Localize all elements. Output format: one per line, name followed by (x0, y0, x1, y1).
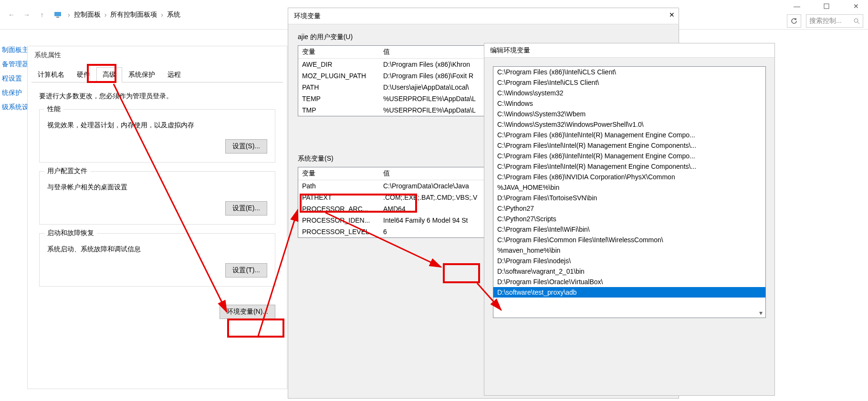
path-item[interactable]: %maven_home%\bin (493, 245, 765, 256)
settings-button[interactable]: 设置(E)... (225, 201, 267, 216)
env-vars-button[interactable]: 环境变量(N)... (220, 305, 275, 319)
left-sidebar: 制面板主 备管理器 程设置 统保护 级系统设 (0, 43, 27, 114)
sidebar-item[interactable]: 统保护 (0, 86, 27, 100)
path-list[interactable]: C:\Program Files (x86)\Intel\iCLS Client… (493, 66, 766, 318)
dialog-title: 环境变量 (294, 12, 321, 21)
path-item[interactable]: %JAVA_HOME%\bin (493, 182, 765, 193)
var-name: PROCESSOR_ARC... (298, 203, 379, 215)
path-item[interactable]: C:\Python27\Scripts (493, 214, 765, 224)
path-item[interactable]: D:\software\test_proxy\adb (493, 287, 765, 298)
svg-line-4 (858, 22, 859, 24)
chevron-right-icon: › (65, 11, 73, 19)
edit-env-var-dialog: 编辑环境变量 C:\Program Files (x86)\Intel\iCLS… (484, 43, 775, 396)
tab-4[interactable]: 远程 (161, 67, 187, 82)
path-item[interactable]: D:\Program Files\Oracle\VirtualBox\ (493, 277, 765, 287)
scroll-down-icon[interactable]: ▾ (757, 309, 764, 317)
var-name: TMP (298, 104, 379, 116)
chevron-right-icon: › (102, 11, 110, 19)
system-properties-dialog: 系统属性 计算机名硬件高级系统保护远程 要进行大多数更改，您必须作为管理员登录。… (27, 46, 287, 389)
search-input[interactable]: 搜索控制... (806, 14, 863, 28)
group-desc: 系统启动、系统故障和调试信息 (47, 245, 267, 254)
tab-1[interactable]: 硬件 (71, 67, 96, 82)
column-header-var[interactable]: 变量 (298, 167, 379, 180)
path-item[interactable]: D:\Program Files\nodejs\ (493, 256, 765, 266)
up-button[interactable]: ↑ (36, 9, 48, 21)
group-1: 用户配置文件与登录帐户相关的桌面设置设置(E)... (39, 171, 275, 225)
dialog-title: 编辑环境变量 (484, 43, 774, 58)
var-name: AWE_DIR (298, 59, 379, 70)
dialog-title: 系统属性 (28, 46, 287, 64)
minimize-button[interactable]: — (787, 0, 807, 12)
var-name: PATH (298, 82, 379, 93)
svg-rect-2 (56, 17, 59, 18)
close-icon[interactable]: ✕ (669, 11, 675, 19)
path-item[interactable]: C:\Program Files\Intel\Intel(R) Manageme… (493, 161, 765, 172)
path-item[interactable]: C:\Windows\System32\Wbem (493, 109, 765, 119)
search-placeholder: 搜索控制... (809, 17, 842, 25)
sidebar-item[interactable]: 制面板主 (0, 43, 27, 57)
var-name: MOZ_PLUGIN_PATH (298, 70, 379, 82)
group-2: 启动和故障恢复系统启动、系统故障和调试信息设置(T)... (39, 233, 275, 287)
path-item[interactable]: D:\Program Files\TortoiseSVN\bin (493, 193, 765, 203)
path-item[interactable]: C:\Program Files (x86)\Intel\Intel(R) Ma… (493, 151, 765, 161)
path-item[interactable]: C:\Program Files\Intel\iCLS Client\ (493, 77, 765, 88)
svg-point-3 (854, 19, 858, 22)
column-header-var[interactable]: 变量 (298, 46, 379, 58)
breadcrumb-item[interactable]: 控制面板 (73, 10, 102, 19)
var-name: TEMP (298, 93, 379, 104)
var-name: Path (298, 180, 379, 192)
group-desc: 与登录帐户相关的桌面设置 (47, 183, 267, 192)
breadcrumb-item[interactable]: 所有控制面板项 (109, 10, 158, 19)
search-icon (853, 18, 860, 24)
computer-icon (53, 10, 62, 19)
path-item[interactable]: C:\Program Files\Common Files\Intel\Wire… (493, 235, 765, 245)
tab-bar: 计算机名硬件高级系统保护远程 (31, 67, 283, 82)
var-name: PATHEXT (298, 192, 379, 203)
maximize-button[interactable] (816, 0, 837, 12)
path-item[interactable]: C:\Windows (493, 98, 765, 109)
path-item[interactable]: C:\Windows\System32\WindowsPowerShell\v1… (493, 119, 765, 130)
path-item[interactable]: C:\Program Files\Intel\Intel(R) Manageme… (493, 140, 765, 151)
refresh-button[interactable] (787, 14, 801, 28)
breadcrumb-item[interactable]: 系统 (166, 10, 181, 19)
sidebar-item[interactable]: 级系统设 (0, 100, 27, 114)
path-item[interactable]: C:\Program Files (x86)\NVIDIA Corporatio… (493, 172, 765, 182)
var-name: PROCESSOR_LEVEL (298, 226, 379, 237)
dialog-titlebar: 环境变量 ✕ (288, 8, 679, 24)
svg-rect-0 (824, 4, 829, 9)
group-title: 用户配置文件 (44, 167, 90, 175)
close-button[interactable]: ✕ (846, 0, 866, 12)
tab-2[interactable]: 高级 (96, 67, 122, 82)
path-item[interactable]: C:\Windows\system32 (493, 88, 765, 98)
forward-button[interactable]: → (21, 9, 32, 21)
group-0: 性能视觉效果，处理器计划，内存使用，以及虚拟内存设置(S)... (39, 109, 275, 163)
path-item[interactable]: C:\Program Files (x86)\Intel\Intel(R) Ma… (493, 130, 765, 140)
path-item[interactable]: C:\Program Files\Intel\WiFi\bin\ (493, 224, 765, 235)
path-item[interactable]: D:\software\vagrant_2_01\bin (493, 266, 765, 277)
back-button[interactable]: ← (6, 9, 17, 21)
settings-button[interactable]: 设置(T)... (225, 263, 267, 278)
path-item[interactable]: C:\Program Files (x86)\Intel\iCLS Client… (493, 67, 765, 77)
settings-button[interactable]: 设置(S)... (225, 139, 267, 154)
sidebar-item[interactable]: 备管理器 (0, 57, 27, 72)
tab-0[interactable]: 计算机名 (31, 67, 71, 82)
svg-rect-1 (54, 12, 61, 16)
chevron-right-icon: › (158, 11, 166, 19)
tab-3[interactable]: 系统保护 (122, 67, 161, 82)
group-title: 启动和故障恢复 (44, 229, 97, 237)
var-name: PROCESSOR_IDEN... (298, 215, 379, 226)
path-item[interactable]: C:\Python27 (493, 203, 765, 214)
user-vars-label: ajie 的用户变量(U) (288, 24, 679, 45)
group-title: 性能 (44, 105, 63, 113)
admin-info-text: 要进行大多数更改，您必须作为管理员登录。 (39, 92, 275, 101)
group-desc: 视觉效果，处理器计划，内存使用，以及虚拟内存 (47, 121, 267, 130)
sidebar-item[interactable]: 程设置 (0, 72, 27, 86)
